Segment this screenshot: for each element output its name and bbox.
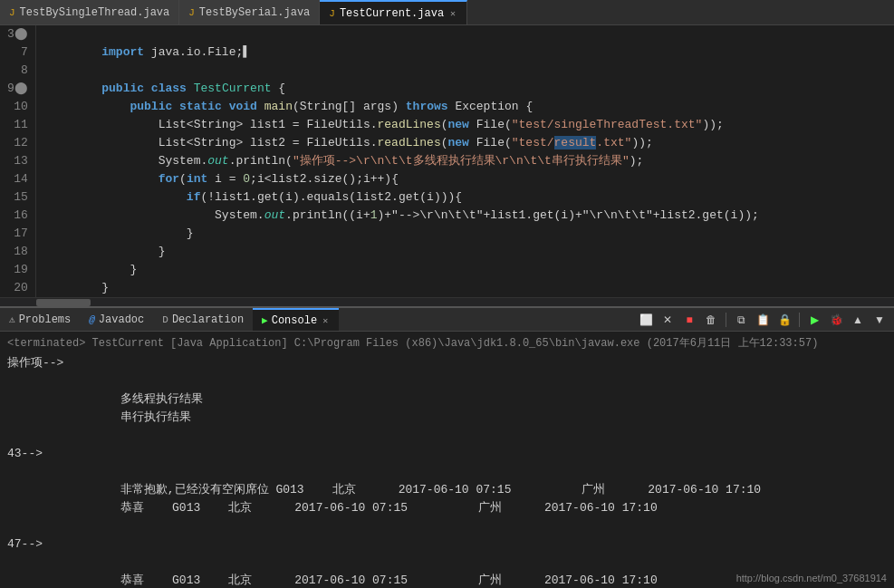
close-panel-button[interactable]: ✕	[658, 311, 677, 329]
tab-declaration-label: Declaration	[172, 313, 244, 326]
console-line: 恭喜 G013 北京 2017-06-10 07:15 广州 2017-06-1…	[7, 499, 887, 517]
javadoc-icon: @	[89, 314, 95, 325]
tab-icon: J	[329, 8, 335, 19]
tab-problems-label: Problems	[19, 313, 72, 326]
panel-tabs: ⚠ Problems @ Javadoc D Declaration ▶ Con…	[0, 308, 339, 331]
tab-problems[interactable]: ⚠ Problems	[0, 308, 80, 331]
tab-javadoc-label: Javadoc	[99, 313, 144, 326]
line-num: 10	[7, 98, 28, 116]
line-num: 12	[7, 134, 28, 152]
problems-icon: ⚠	[9, 313, 15, 325]
line-numbers: 3⬤ 7 8 9⬤ 10 11 12 13 14 15 16 17 18 19 …	[0, 25, 36, 297]
console-tab-close-icon[interactable]: ✕	[321, 315, 330, 326]
minimize-button[interactable]: ⬜	[637, 311, 655, 329]
code-editor: 3⬤ 7 8 9⬤ 10 11 12 13 14 15 16 17 18 19 …	[0, 25, 894, 297]
clear-console-button[interactable]: 🗑	[702, 311, 720, 329]
tab-label: TestCurrent.java	[340, 7, 444, 20]
console-line	[7, 372, 887, 390]
console-line	[7, 554, 887, 572]
tab-console-label: Console	[272, 314, 317, 327]
copy-button[interactable]: ⧉	[732, 311, 750, 329]
line-num: 14	[7, 170, 28, 188]
code-line-20	[45, 279, 894, 297]
line-num: 15	[7, 188, 28, 207]
line-num: 16	[7, 207, 28, 225]
code-line-19: }	[45, 261, 894, 279]
watermark: http://blog.csdn.net/m0_37681914	[736, 573, 887, 583]
separator2	[799, 313, 800, 327]
console-line: 多线程执行结果	[7, 390, 887, 409]
line-num: 7	[7, 43, 28, 62]
tab-console[interactable]: ▶ Console ✕	[253, 308, 339, 331]
separator1	[726, 313, 726, 327]
console-line	[7, 427, 887, 445]
console-output: <terminated> TestCurrent [Java Applicati…	[0, 332, 894, 588]
arrow-down-button[interactable]: ▼	[870, 311, 889, 329]
tab-testbyserial[interactable]: J TestBySerial.java	[179, 0, 320, 24]
debug-button[interactable]: 🐞	[827, 311, 845, 329]
tab-icon: J	[188, 7, 195, 18]
console-line: 非常抱歉,已经没有空闲席位 G013 北京 2017-06-10 07:15 广…	[7, 481, 887, 499]
console-line: 47-->	[7, 535, 887, 554]
tab-javadoc[interactable]: @ Javadoc	[80, 308, 153, 331]
code-line-3: import java.io.File;▌	[45, 25, 894, 43]
terminated-line: <terminated> TestCurrent [Java Applicati…	[7, 335, 887, 351]
editor-tab-bar: J TestBySingleThread.java J TestBySerial…	[0, 0, 894, 25]
console-line	[7, 517, 887, 535]
tab-testcurrent[interactable]: J TestCurrent.java ✕	[320, 0, 467, 24]
console-line: 串行执行结果	[7, 409, 887, 427]
tab-icon: J	[9, 7, 15, 18]
arrow-up-button[interactable]: ▲	[849, 311, 867, 329]
code-content: import java.io.File;▌ public class TestC…	[36, 25, 894, 297]
console-line: 43-->	[7, 445, 887, 463]
line-num: 20	[7, 279, 28, 297]
line-num: 17	[7, 225, 28, 243]
line-num: 11	[7, 116, 28, 134]
line-num: 8	[7, 62, 28, 80]
console-icon: ▶	[262, 314, 268, 326]
panel-toolbar: ⬜ ✕ ■ 🗑 ⧉ 📋 🔒 ▶ 🐞 ▲ ▼	[637, 311, 894, 329]
tab-close-icon[interactable]: ✕	[448, 8, 457, 19]
run-button[interactable]: ▶	[805, 311, 823, 329]
line-num: 9⬤	[7, 80, 28, 98]
tab-label: TestBySerial.java	[199, 6, 310, 19]
line-num: 19	[7, 261, 28, 279]
console-line	[7, 463, 887, 481]
tab-label: TestBySingleThread.java	[20, 6, 170, 19]
console-line: 操作项-->	[7, 354, 887, 372]
line-num: 3⬤	[7, 25, 28, 43]
code-line-8: public class TestCurrent {	[45, 62, 894, 80]
declaration-icon: D	[162, 314, 168, 325]
code-line-18: }	[45, 243, 894, 261]
line-num: 18	[7, 243, 28, 261]
panel-tab-bar: ⚠ Problems @ Javadoc D Declaration ▶ Con…	[0, 306, 894, 332]
paste-button[interactable]: 📋	[754, 311, 772, 329]
scroll-lock-button[interactable]: 🔒	[775, 311, 793, 329]
tab-testbysinglethread[interactable]: J TestBySingleThread.java	[0, 0, 179, 24]
stop-button[interactable]: ■	[680, 311, 698, 329]
line-num: 13	[7, 152, 28, 170]
editor-horizontal-scrollbar[interactable]	[0, 297, 894, 306]
tab-declaration[interactable]: D Declaration	[153, 308, 253, 331]
